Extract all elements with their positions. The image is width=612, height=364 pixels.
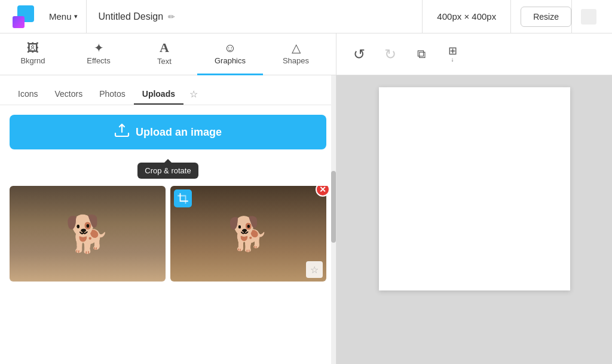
subtab-uploads[interactable]: Uploads: [134, 84, 183, 105]
title-area: Untitled Design ✏: [87, 0, 423, 33]
tab-text-label: Text: [157, 57, 172, 66]
upload-button[interactable]: Upload an image: [10, 115, 326, 149]
edit-title-icon[interactable]: ✏: [168, 12, 175, 22]
undo-button[interactable]: ↺: [346, 41, 372, 68]
header: Menu ▾ Untitled Design ✏ 400px × 400px R…: [0, 0, 612, 33]
crop-rotate-button[interactable]: [174, 189, 192, 207]
tab-bkgrnd-label: Bkgrnd: [20, 56, 45, 65]
bkgrnd-icon: 🖼: [27, 42, 39, 54]
tab-bkgrnd[interactable]: 🖼 Bkgrnd: [0, 33, 66, 75]
menu-chevron-icon: ▾: [74, 13, 78, 20]
resize-button[interactable]: Resize: [521, 7, 571, 27]
favorites-star-button[interactable]: ☆: [183, 84, 204, 105]
upload-cloud-icon: [114, 124, 130, 140]
left-panel: Icons Vectors Photos Uploads ☆ Upload an…: [0, 75, 336, 364]
graphics-icon: ☺: [224, 42, 236, 54]
tab-effects-label: Effects: [87, 56, 111, 65]
remove-image-button[interactable]: ✕: [316, 186, 330, 197]
tab-effects[interactable]: ✦ Effects: [66, 33, 131, 75]
subtab-vectors[interactable]: Vectors: [46, 84, 91, 105]
favorite-image-button[interactable]: ☆: [306, 261, 323, 278]
crop-rotate-tooltip: Crop & rotate: [137, 163, 198, 179]
upload-button-label: Upload an image: [136, 126, 222, 139]
subtab-icons[interactable]: Icons: [10, 84, 46, 105]
tab-shapes[interactable]: △ Shapes: [263, 33, 329, 75]
canvas-area: [336, 75, 612, 364]
effects-icon: ✦: [94, 42, 104, 54]
layers-button[interactable]: ⊞ ↓: [439, 41, 466, 68]
tab-text[interactable]: A Text: [131, 33, 197, 75]
toolbar-tabs: 🖼 Bkgrnd ✦ Effects A Text ☺ Graphics △ S…: [0, 33, 336, 75]
sub-tabs: Icons Vectors Photos Uploads ☆: [0, 75, 336, 105]
scrollbar-track: [331, 75, 336, 364]
dimensions-display: 400px × 400px: [423, 0, 511, 33]
subtab-photos[interactable]: Photos: [91, 84, 134, 105]
image-thumb-1: [10, 186, 166, 282]
shapes-icon: △: [292, 42, 301, 54]
toolbar: 🖼 Bkgrnd ✦ Effects A Text ☺ Graphics △ S…: [0, 33, 612, 75]
canvas: [379, 87, 570, 290]
menu-label: Menu: [49, 11, 72, 22]
tab-graphics-label: Graphics: [215, 56, 246, 65]
images-grid: ✕ ☆: [0, 186, 336, 291]
document-title: Untitled Design: [99, 11, 164, 22]
upload-section: Upload an image: [0, 105, 336, 159]
scrollbar-thumb[interactable]: [331, 171, 336, 243]
tooltip-container: Crop & rotate: [0, 163, 336, 179]
toolbar-actions: ↺ ↻ ⧉ ⊞ ↓: [336, 33, 612, 75]
tab-graphics[interactable]: ☺ Graphics: [197, 33, 263, 75]
profile-avatar: [581, 9, 596, 25]
image-thumb-2: [170, 186, 326, 282]
image-item-2[interactable]: ✕ ☆: [170, 186, 326, 282]
header-right-area: [571, 0, 605, 33]
logo[interactable]: [7, 0, 41, 33]
main-layout: Icons Vectors Photos Uploads ☆ Upload an…: [0, 75, 612, 364]
tab-shapes-label: Shapes: [283, 56, 309, 65]
duplicate-button[interactable]: ⧉: [408, 41, 434, 68]
menu-button[interactable]: Menu ▾: [41, 0, 87, 33]
text-icon: A: [160, 41, 169, 54]
image-item-1[interactable]: [10, 186, 166, 282]
redo-button[interactable]: ↻: [377, 41, 403, 68]
